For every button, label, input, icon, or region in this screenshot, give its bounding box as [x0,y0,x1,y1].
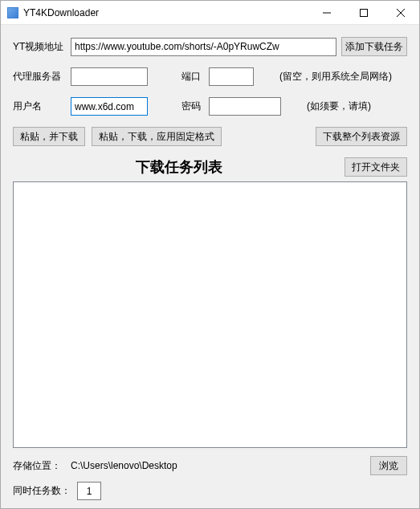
window-controls [308,1,419,24]
proxy-label: 代理服务器 [13,70,66,83]
storage-path: C:\Users\lenovo\Desktop [71,460,365,471]
task-list-heading: 下载任务列表 [13,157,345,177]
task-list[interactable] [13,181,407,448]
minimize-button[interactable] [308,1,345,24]
action-row: 粘贴，并下载 粘贴，下载，应用固定格式 下载整个列表资源 [13,127,407,146]
app-window: YT4KDownloader YT视频地址 添加下载任务 代理服务器 端口 [0,0,420,509]
browse-button[interactable]: 浏览 [370,456,407,475]
user-row: 用户名 密码 (如须要，请填) [13,97,407,116]
open-folder-button[interactable]: 打开文件夹 [345,157,407,177]
storage-row: 存储位置： C:\Users\lenovo\Desktop 浏览 [13,456,407,475]
user-input[interactable] [71,97,148,116]
paste-download-button[interactable]: 粘贴，并下载 [13,127,85,146]
url-label: YT视频地址 [13,40,66,54]
concurrent-row: 同时任务数： [13,482,407,500]
storage-label: 存储位置： [13,459,66,473]
port-label: 端口 [181,70,204,83]
url-input[interactable] [71,38,336,56]
concurrent-input[interactable] [77,482,101,500]
add-task-button[interactable]: 添加下载任务 [341,37,407,56]
pass-input[interactable] [209,97,281,116]
titlebar[interactable]: YT4KDownloader [1,1,419,25]
port-input[interactable] [209,67,254,86]
proxy-input[interactable] [71,67,148,86]
pass-label: 密码 [181,100,204,113]
concurrent-label: 同时任务数： [13,484,71,498]
content-area: YT视频地址 添加下载任务 代理服务器 端口 (留空，则用系统全局网络) 用户名… [1,25,419,508]
svg-rect-1 [361,9,368,16]
heading-row: 下载任务列表 打开文件夹 [13,157,407,177]
proxy-hint: (留空，则用系统全局网络) [279,70,392,83]
close-button[interactable] [382,1,419,24]
user-label: 用户名 [13,100,66,113]
app-icon [7,7,18,18]
download-list-button[interactable]: 下载整个列表资源 [316,127,407,146]
paste-download-format-button[interactable]: 粘贴，下载，应用固定格式 [92,127,222,146]
user-hint: (如须要，请填) [307,100,371,113]
window-title: YT4KDownloader [23,7,308,18]
maximize-button[interactable] [345,1,382,24]
url-row: YT视频地址 添加下载任务 [13,37,407,56]
proxy-row: 代理服务器 端口 (留空，则用系统全局网络) [13,67,407,86]
